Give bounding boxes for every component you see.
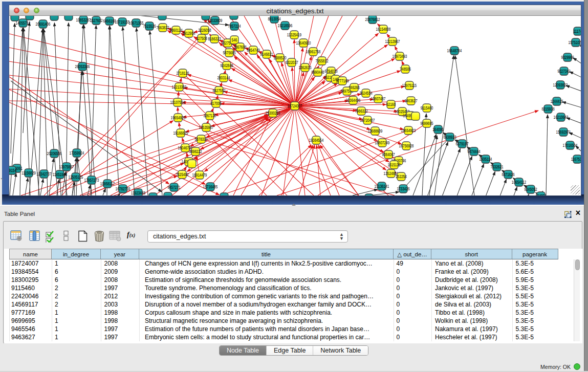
svg-text:19654925: 19654925: [171, 115, 186, 120]
svg-text:1362615: 1362615: [298, 65, 312, 70]
svg-text:16210643: 16210643: [554, 115, 569, 120]
svg-text:10973493: 10973493: [393, 54, 407, 59]
svg-text:10719155: 10719155: [115, 19, 130, 25]
svg-text:15692971: 15692971: [556, 129, 571, 135]
svg-text:8454749: 8454749: [247, 48, 259, 53]
svg-text:10654112: 10654112: [512, 180, 526, 185]
svg-text:13975887: 13975887: [59, 164, 74, 169]
svg-text:8912954: 8912954: [182, 31, 195, 36]
svg-text:127508: 127508: [196, 36, 207, 41]
svg-text:8990448: 8990448: [311, 70, 324, 75]
svg-text:18807249: 18807249: [375, 140, 390, 145]
svg-text:15136141: 15136141: [375, 184, 389, 189]
svg-text:2718126: 2718126: [176, 71, 189, 76]
svg-text:15751074: 15751074: [569, 40, 581, 45]
svg-text:19166825: 19166825: [173, 130, 188, 136]
svg-text:16782759: 16782759: [116, 186, 130, 191]
svg-text:9084067: 9084067: [382, 152, 395, 157]
svg-text:7663822: 7663822: [156, 25, 169, 30]
svg-text:6379197: 6379197: [455, 141, 468, 146]
svg-text:16648784: 16648784: [447, 48, 462, 53]
svg-text:7955812: 7955812: [315, 58, 328, 63]
svg-text:5878334: 5878334: [194, 137, 208, 142]
svg-text:10671355: 10671355: [129, 20, 144, 26]
svg-text:11325419: 11325419: [287, 32, 301, 37]
svg-text:746266: 746266: [349, 85, 360, 90]
svg-text:7857224: 7857224: [228, 24, 241, 29]
svg-text:20691406: 20691406: [36, 21, 51, 27]
svg-text:9777169: 9777169: [336, 78, 349, 83]
svg-text:2867608: 2867608: [233, 45, 247, 50]
svg-text:9474444: 9474444: [467, 149, 481, 154]
svg-text:7625402: 7625402: [176, 172, 188, 177]
svg-text:14055712: 14055712: [16, 20, 31, 26]
svg-text:3267130: 3267130: [203, 113, 216, 118]
svg-text:7515526: 7515526: [143, 24, 156, 29]
svg-text:16154808: 16154808: [376, 27, 391, 32]
svg-text:1244415: 1244415: [550, 99, 563, 104]
svg-text:1733426: 1733426: [397, 186, 410, 191]
svg-text:9227342: 9227342: [557, 69, 570, 74]
svg-text:62160: 62160: [386, 102, 396, 107]
svg-text:9245052: 9245052: [524, 187, 537, 192]
svg-text:8813054: 8813054: [268, 16, 281, 21]
svg-text:6322037: 6322037: [285, 60, 298, 65]
svg-text:12342737: 12342737: [37, 171, 52, 177]
svg-text:164095: 164095: [432, 127, 444, 132]
svg-text:11174: 11174: [573, 29, 581, 34]
svg-text:20876812: 20876812: [365, 17, 380, 22]
svg-text:817006: 817006: [210, 101, 222, 106]
svg-text:18724007: 18724007: [288, 103, 302, 108]
svg-text:15716485: 15716485: [203, 184, 218, 189]
svg-text:1588520: 1588520: [273, 55, 287, 60]
svg-text:13535947: 13535947: [199, 125, 214, 130]
svg-text:10807487: 10807487: [371, 96, 386, 101]
svg-text:13640910: 13640910: [296, 40, 311, 46]
svg-text:16756928: 16756928: [399, 143, 414, 148]
svg-text:9115460: 9115460: [421, 105, 433, 111]
svg-text:3498222: 3498222: [189, 149, 202, 154]
svg-text:2935114: 2935114: [480, 157, 492, 162]
svg-text:9242848: 9242848: [220, 63, 233, 68]
svg-text:19654923: 19654923: [401, 128, 416, 133]
svg-text:5875685: 5875685: [223, 50, 236, 55]
svg-text:10853287: 10853287: [76, 17, 91, 23]
svg-text:8186323: 8186323: [208, 36, 221, 41]
svg-text:8471626: 8471626: [502, 172, 515, 177]
svg-text:2803144: 2803144: [217, 75, 230, 80]
svg-text:748506: 748506: [400, 67, 411, 72]
svg-text:19218596: 19218596: [278, 23, 293, 28]
svg-text:9463627: 9463627: [404, 98, 417, 103]
svg-text:8938923: 8938923: [443, 135, 456, 140]
svg-text:16914479: 16914479: [192, 172, 207, 178]
svg-text:8427552: 8427552: [212, 88, 225, 93]
svg-text:546: 546: [232, 37, 237, 42]
svg-text:104951: 104951: [535, 193, 547, 195]
svg-text:3624554: 3624554: [359, 91, 373, 96]
svg-text:17957273: 17957273: [84, 178, 99, 183]
svg-text:1615132: 1615132: [387, 162, 400, 167]
svg-text:11923448: 11923448: [131, 190, 146, 195]
svg-text:10958117: 10958117: [100, 181, 115, 186]
svg-text:26053346: 26053346: [75, 64, 90, 69]
svg-text:12093822: 12093822: [553, 82, 568, 87]
svg-text:12975115: 12975115: [402, 83, 417, 88]
svg-text:3226058: 3226058: [198, 28, 211, 33]
svg-text:12213967: 12213967: [385, 39, 400, 44]
svg-text:15720407: 15720407: [360, 118, 375, 123]
svg-text:9860124: 9860124: [169, 28, 183, 33]
svg-text:252254: 252254: [396, 174, 407, 179]
svg-text:20206556: 20206556: [47, 151, 62, 156]
svg-text:6466160: 6466160: [103, 18, 116, 24]
svg-text:39154: 39154: [9, 168, 17, 173]
svg-text:1527602: 1527602: [90, 18, 102, 23]
svg-text:25300203: 25300203: [266, 111, 280, 116]
svg-text:8215938: 8215938: [541, 106, 555, 112]
svg-text:9146821: 9146821: [260, 52, 273, 57]
svg-text:11156829: 11156829: [21, 170, 36, 176]
svg-text:11451944: 11451944: [53, 172, 68, 177]
svg-text:9329966: 9329966: [561, 55, 574, 60]
svg-text:10688609: 10688609: [368, 128, 383, 134]
svg-text:9457271: 9457271: [167, 185, 180, 190]
svg-text:16033809: 16033809: [208, 18, 223, 23]
